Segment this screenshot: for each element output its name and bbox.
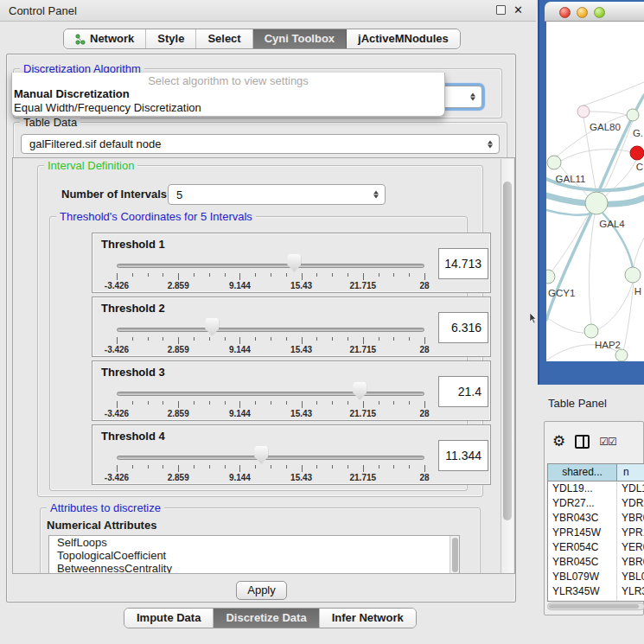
tick-mark	[117, 465, 118, 472]
minimize-traffic-light-icon[interactable]	[577, 7, 588, 18]
table-row[interactable]: YIL052CYIL0	[548, 599, 644, 602]
table-header-name[interactable]: n	[617, 464, 644, 481]
tab-impute-data[interactable]: Impute Data	[124, 609, 214, 628]
threshold-label: Threshold 3	[101, 366, 165, 379]
tab-label: Cyni Toolbox	[265, 29, 335, 48]
table-row[interactable]: YBR045CYBR0	[548, 555, 644, 570]
tab-label: Network	[90, 29, 134, 48]
algorithm-item[interactable]: Equal Width/Frequency Discretization	[12, 101, 444, 115]
tick-mark	[332, 465, 333, 469]
algorithm-dropdown-popup: Select algorithm to view settings Manual…	[11, 73, 445, 117]
network-node[interactable]	[627, 109, 639, 121]
interval-definition-group: Interval Definition Number of Intervals …	[37, 165, 483, 497]
table-header-shared[interactable]: shared...	[548, 464, 617, 481]
threshold-value-field[interactable]: 21.4	[438, 376, 488, 407]
tick-mark	[348, 465, 348, 469]
table-cell-shared-name: YBR045C	[548, 555, 617, 570]
tick-mark	[132, 401, 133, 405]
split-columns-icon[interactable]	[575, 435, 590, 449]
table-row[interactable]: YBL079WYBL0	[548, 570, 644, 584]
checkbox-checked-icons[interactable]: ☑☑	[599, 436, 616, 448]
network-node[interactable]	[547, 156, 561, 169]
tab-label: Style	[157, 29, 184, 48]
network-node[interactable]	[585, 192, 608, 214]
tick-mark	[117, 337, 118, 344]
table-row[interactable]: YER054CYER0	[548, 540, 644, 555]
table-row[interactable]: YBR043CYBR0	[548, 511, 644, 526]
tab-style[interactable]: Style	[146, 29, 196, 48]
zoom-traffic-light-icon[interactable]	[594, 7, 605, 18]
table-data-combobox[interactable]: galFiltered.sif default node	[21, 134, 500, 154]
slider-track[interactable]	[117, 264, 424, 268]
network-canvas[interactable]: GAL80G.CGAL11GAL4GCY1HHAP2	[546, 22, 644, 361]
close-window-icon[interactable]: ✕	[513, 3, 523, 16]
threshold-value-field[interactable]: 6.316	[438, 312, 488, 343]
network-node[interactable]	[615, 349, 628, 361]
network-node[interactable]	[630, 146, 644, 160]
tab-discretize-data[interactable]: Discretize Data	[214, 609, 319, 628]
tab-label: jActiveMNodules	[358, 29, 449, 48]
slider-track[interactable]	[117, 328, 424, 332]
apply-button[interactable]: Apply	[236, 581, 287, 600]
float-window-icon[interactable]	[496, 5, 506, 15]
attributes-list-scrollbar[interactable]	[450, 536, 459, 574]
tab-select[interactable]: Select	[196, 29, 252, 48]
table-horizontal-scrollbar[interactable]	[547, 603, 644, 610]
threshold-value-field[interactable]: 11.344	[438, 440, 488, 471]
tick-mark	[363, 465, 364, 472]
tab-cyni-toolbox[interactable]: Cyni Toolbox	[253, 29, 347, 48]
settings-vertical-scrollbar[interactable]	[501, 159, 513, 573]
node-table[interactable]: shared... n YDL19...YDL1YDR27...YDR2YBR0…	[547, 463, 644, 602]
table-cell-name: YDR2	[617, 496, 644, 511]
tick-mark	[225, 401, 226, 405]
tick-mark	[409, 465, 410, 469]
network-node[interactable]	[577, 105, 590, 118]
slider-thumb-icon[interactable]	[205, 318, 219, 336]
tick-label: 21.715	[350, 345, 377, 354]
tick-mark	[163, 337, 163, 341]
combo-arrows-icon	[470, 93, 475, 101]
table-cell-name: YIL0	[617, 599, 644, 602]
table-cell-shared-name: YDL19...	[548, 481, 617, 496]
table-row[interactable]: YDL19...YDL1	[548, 481, 644, 496]
attribute-item[interactable]: BetweennessCentrality	[49, 562, 459, 574]
number-of-intervals-combobox[interactable]: 5	[168, 184, 386, 205]
threshold-value-field[interactable]: 14.713	[438, 248, 488, 279]
table-header-row: shared... n	[548, 464, 644, 481]
tick-mark	[332, 337, 333, 341]
table-row[interactable]: YLR345WYLR3	[548, 584, 644, 599]
control-panel-title: Control Panel	[9, 4, 77, 17]
network-node[interactable]	[546, 270, 555, 284]
slider-thumb-icon[interactable]	[287, 254, 301, 272]
table-row[interactable]: YDR27...YDR2	[548, 496, 644, 511]
tick-mark	[409, 337, 410, 341]
threshold-panel: Threshold 1-3.4262.8599.14415.4321.71528…	[92, 233, 491, 293]
tab-network[interactable]: Network	[64, 29, 146, 48]
table-panel: ⚙ ☑☑ shared... n YDL19...YDL1YDR27...YDR…	[544, 421, 644, 615]
tick-label: 21.715	[350, 473, 377, 482]
network-edge	[546, 210, 591, 215]
numerical-attributes-list[interactable]: SelfLoopsTopologicalCoefficientBetweenne…	[48, 535, 460, 574]
slider-track[interactable]	[117, 456, 424, 460]
network-node[interactable]	[625, 267, 641, 283]
tab-infer-network[interactable]: Infer Network	[320, 609, 416, 628]
slider-thumb-icon[interactable]	[254, 446, 268, 464]
slider-track[interactable]	[117, 392, 424, 396]
tick-label: 28	[419, 473, 429, 482]
attribute-item[interactable]: TopologicalCoefficient	[49, 549, 459, 562]
table-row[interactable]: YPR145WYPR1	[548, 526, 644, 540]
network-node-label: GAL4	[599, 219, 625, 229]
slider-thumb-icon[interactable]	[353, 382, 367, 400]
algorithm-placeholder-item[interactable]: Select algorithm to view settings	[12, 73, 444, 87]
gear-icon[interactable]: ⚙	[552, 432, 565, 450]
tab-jactivemnodules[interactable]: jActiveMNodules	[347, 29, 460, 48]
network-node[interactable]	[584, 324, 598, 338]
algorithm-item[interactable]: Manual Discretization	[12, 87, 444, 101]
slider-tick-labels: -3.4262.8599.14415.4321.71528	[117, 473, 424, 483]
network-window-titlebar[interactable]	[545, 2, 644, 22]
close-traffic-light-icon[interactable]	[559, 7, 571, 18]
tick-label: 21.715	[350, 281, 377, 290]
tick-mark	[148, 401, 149, 405]
attribute-item[interactable]: SelfLoops	[49, 536, 459, 549]
tick-mark	[316, 465, 317, 469]
